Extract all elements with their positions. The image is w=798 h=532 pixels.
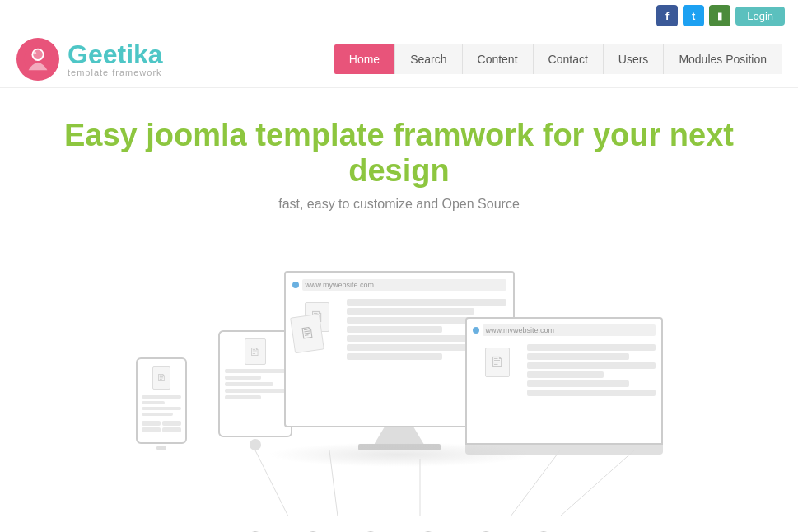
doc-icon: 🖹 xyxy=(485,348,510,377)
person-icon-5 xyxy=(469,529,502,532)
monitor-dot xyxy=(292,282,299,288)
laptop-screen: www.mywebsite.com 🖹 xyxy=(465,317,663,445)
mock-line xyxy=(347,308,474,315)
phone-device: 🖹 xyxy=(136,357,187,450)
person-icon-6 xyxy=(527,529,560,532)
person-icon-3 xyxy=(354,529,387,532)
logo-area: Geetika template framework xyxy=(16,38,163,81)
mock-line xyxy=(527,362,656,369)
logo-text: Geetika template framework xyxy=(68,41,163,77)
mock-line xyxy=(527,380,630,387)
laptop-sidebar: 🖹 xyxy=(473,344,522,396)
nav-search[interactable]: Search xyxy=(395,44,462,74)
phone-button xyxy=(156,446,166,450)
mock-line xyxy=(347,299,506,306)
mock-line xyxy=(527,344,656,351)
svg-point-2 xyxy=(33,52,36,55)
mock-line xyxy=(347,326,442,333)
mock-line xyxy=(347,353,442,360)
svg-line-6 xyxy=(511,450,560,516)
rss-icon[interactable]: ▮ xyxy=(709,5,730,26)
nav-modules[interactable]: Modules Position xyxy=(664,44,782,74)
top-bar: f t ▮ Login xyxy=(0,0,798,31)
login-button[interactable]: Login xyxy=(735,7,785,26)
nav-contact[interactable]: Contact xyxy=(534,44,604,74)
main-nav: Home Search Content Contact Users Module… xyxy=(334,44,782,74)
laptop-main xyxy=(527,344,656,396)
laptop-address-bar: www.mywebsite.com xyxy=(473,324,656,336)
tablet-device: 🖹 xyxy=(218,330,292,450)
mock-line xyxy=(527,353,630,360)
mock-line xyxy=(527,390,656,396)
laptop-content: 🖹 xyxy=(473,341,656,396)
nav-content[interactable]: Content xyxy=(463,44,534,74)
laptop-dot xyxy=(473,327,479,334)
tablet-screen: 🖹 xyxy=(218,330,292,437)
hero-title: Easy joomla template framwork for your n… xyxy=(16,118,782,189)
hero-section: Easy joomla template framwork for your n… xyxy=(0,88,798,532)
monitor-url: www.mywebsite.com xyxy=(302,279,506,291)
nav-users[interactable]: Users xyxy=(604,44,665,74)
mock-line xyxy=(347,335,474,342)
logo-tagline: template framework xyxy=(68,68,163,77)
logo-name: Geetika xyxy=(68,41,163,68)
people-row xyxy=(16,516,782,532)
laptop-url: www.mywebsite.com xyxy=(483,324,656,336)
logo-icon xyxy=(16,38,59,81)
logo-name-part2: tika xyxy=(117,40,162,69)
hero-subtitle: fast, easy to customize and Open Source xyxy=(16,197,782,212)
paper-float-icon: 🖹 xyxy=(292,315,322,352)
tablet-button xyxy=(250,439,261,450)
person-icon-1 xyxy=(239,529,272,532)
header: Geetika template framework Home Search C… xyxy=(0,31,798,88)
svg-line-7 xyxy=(560,450,634,516)
monitor-shadow xyxy=(268,442,531,467)
mock-line xyxy=(527,371,604,378)
facebook-icon[interactable]: f xyxy=(656,5,678,26)
twitter-icon[interactable]: t xyxy=(683,5,704,26)
monitor-address-bar: www.mywebsite.com xyxy=(292,279,506,291)
monitor-stand xyxy=(375,427,424,444)
person-icon-2 xyxy=(296,529,329,532)
person-icon-4 xyxy=(412,529,445,532)
logo-name-part1: Gee xyxy=(68,40,117,69)
devices-illustration: 🖹 🖹 xyxy=(16,236,782,516)
laptop-device: www.mywebsite.com 🖹 xyxy=(465,317,663,455)
phone-screen: 🖹 xyxy=(136,357,187,444)
nav-home[interactable]: Home xyxy=(334,44,395,74)
